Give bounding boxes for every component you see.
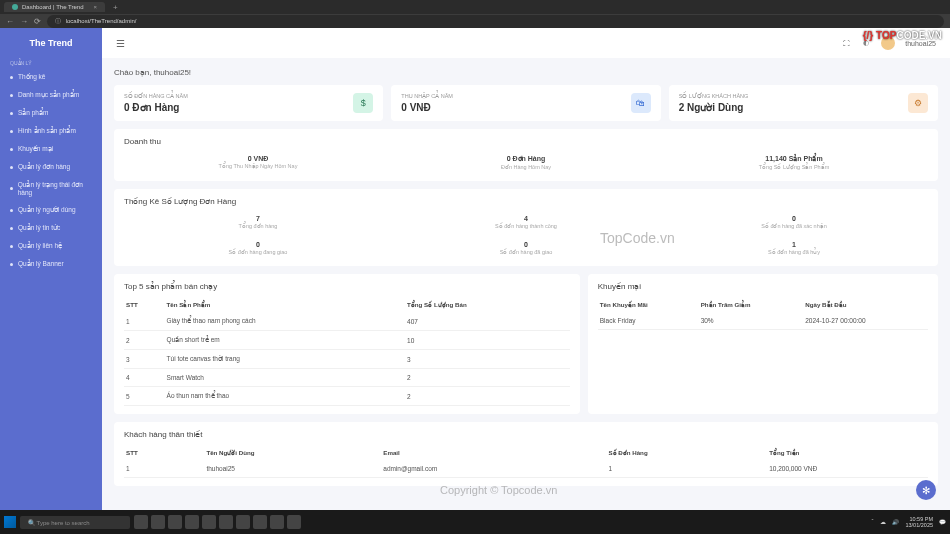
menu-dot-icon — [10, 245, 13, 248]
card-title: Top 5 sản phẩm bán chạy — [124, 282, 570, 291]
menu-dot-icon — [10, 166, 13, 169]
table-row: 1thuhoai25admin@gmail.com110,200,000 VNĐ — [124, 460, 928, 478]
sidebar-item-orders[interactable]: Quản lý đơn hàng — [0, 158, 102, 176]
new-tab-button[interactable]: + — [113, 3, 118, 12]
menu-section-label: QUẢN LÝ — [0, 56, 102, 68]
back-button[interactable]: ← — [6, 17, 14, 26]
app-logo[interactable]: The Trend — [0, 28, 102, 56]
main: ☰ ⛶ ◐ thuhoai25 Chào bạn, thuhoai25! SỐ … — [102, 28, 950, 510]
menu-dot-icon — [10, 263, 13, 266]
card-title: Doanh thu — [124, 137, 928, 146]
sidebar-item-product-images[interactable]: Hình ảnh sản phẩm — [0, 122, 102, 140]
menu-dot-icon — [10, 76, 13, 79]
stat-card-income: THU NHẬP CẢ NĂM 0 VNĐ 🛍 — [391, 85, 660, 121]
top-products-table: STT Tên Sản Phẩm Tổng Số Lượng Bán 1Giày… — [124, 297, 570, 406]
sidebar-item-banner[interactable]: Quản lý Banner — [0, 255, 102, 273]
sidebar: The Trend QUẢN LÝ Thống kê Danh mục sản … — [0, 28, 102, 510]
stat-value: 0 Đơn Hàng — [124, 102, 188, 113]
menu-dot-icon — [10, 227, 13, 230]
stat-value: 0 VNĐ — [401, 102, 453, 113]
loyal-customers-card: Khách hàng thân thiết STT Tên Người Dùng… — [114, 422, 938, 486]
gear-icon: ⚙ — [908, 93, 928, 113]
chat-icon: ✻ — [922, 485, 930, 496]
hamburger-icon[interactable]: ☰ — [116, 38, 125, 49]
dollar-icon: $ — [353, 93, 373, 113]
sidebar-item-promo[interactable]: Khuyến mại — [0, 140, 102, 158]
reload-button[interactable]: ⟳ — [34, 17, 41, 26]
table-row: 3Túi tote canvas thời trang3 — [124, 350, 570, 369]
table-row: Black Friday30%2024-10-27 00:00:00 — [598, 312, 928, 330]
tab-title: Dashboard | The Trend — [22, 4, 84, 10]
menu-dot-icon — [10, 130, 13, 133]
menu-dot-icon — [10, 209, 13, 212]
address-bar: ← → ⟳ ⓘ localhost/TheTrend/admin/ — [0, 14, 950, 28]
table-row: 2Quần short trẻ em10 — [124, 331, 570, 350]
card-title: Khuyến mại — [598, 282, 928, 291]
sidebar-item-news[interactable]: Quản lý tin tức — [0, 219, 102, 237]
top-products-card: Top 5 sản phẩm bán chạy STT Tên Sản Phẩm… — [114, 274, 580, 414]
browser-tab-bar: Dashboard | The Trend × + — [0, 0, 950, 14]
url-input[interactable]: ⓘ localhost/TheTrend/admin/ — [47, 15, 944, 28]
topbar: ☰ ⛶ ◐ thuhoai25 — [102, 28, 950, 58]
revenue-card: Doanh thu 0 VNĐTổng Thu Nhập Ngày Hôm Na… — [114, 129, 938, 181]
forward-button[interactable]: → — [20, 17, 28, 26]
tab-close-icon[interactable]: × — [94, 4, 98, 10]
card-title: Khách hàng thân thiết — [124, 430, 928, 439]
stat-label: SỐ ĐƠN HÀNG CẢ NĂM — [124, 93, 188, 99]
stat-label: THU NHẬP CẢ NĂM — [401, 93, 453, 99]
table-row: 4Smart Watch2 — [124, 369, 570, 387]
bag-icon: 🛍 — [631, 93, 651, 113]
fullscreen-icon[interactable]: ⛶ — [841, 38, 851, 48]
stat-label: SỐ LƯỢNG KHÁCH HÀNG — [679, 93, 749, 99]
card-title: Thống Kê Số Lượng Đơn Hàng — [124, 197, 928, 206]
tab-favicon — [12, 4, 18, 10]
greeting: Chào bạn, thuhoai25! — [114, 68, 938, 77]
table-row: 1Giày thể thao nam phong cách407 — [124, 312, 570, 331]
sidebar-item-contacts[interactable]: Quản lý liên hệ — [0, 237, 102, 255]
table-row: 5Áo thun nam thể thao2 — [124, 387, 570, 406]
lock-icon: ⓘ — [55, 18, 61, 24]
sidebar-item-order-status[interactable]: Quản lý trạng thái đơn hàng — [0, 176, 102, 201]
sidebar-item-users[interactable]: Quản lý người dùng — [0, 201, 102, 219]
menu-dot-icon — [10, 187, 13, 190]
loyal-table: STT Tên Người Dùng Email Số Đơn Hàng Tổn… — [124, 445, 928, 478]
sidebar-item-products[interactable]: Sản phẩm — [0, 104, 102, 122]
promo-table: Tên Khuyến Mãi Phần Trăm Giảm Ngày Bắt Đ… — [598, 297, 928, 330]
url-text: localhost/TheTrend/admin/ — [66, 18, 137, 24]
chat-fab[interactable]: ✻ — [916, 480, 936, 500]
stat-card-orders: SỐ ĐƠN HÀNG CẢ NĂM 0 Đơn Hàng $ — [114, 85, 383, 121]
stat-value: 2 Người Dùng — [679, 102, 749, 113]
watermark-logo: {/} TOPCODE.VN — [863, 30, 942, 41]
menu-dot-icon — [10, 112, 13, 115]
stat-cards-row: SỐ ĐƠN HÀNG CẢ NĂM 0 Đơn Hàng $ THU NHẬP… — [114, 85, 938, 121]
stat-card-customers: SỐ LƯỢNG KHÁCH HÀNG 2 Người Dùng ⚙ — [669, 85, 938, 121]
menu-dot-icon — [10, 148, 13, 151]
promo-card: Khuyến mại Tên Khuyến Mãi Phần Trăm Giảm… — [588, 274, 938, 414]
sidebar-item-stats[interactable]: Thống kê — [0, 68, 102, 86]
order-stats-card: Thống Kê Số Lượng Đơn Hàng 7Tổng đơn hàn… — [114, 189, 938, 266]
menu-dot-icon — [10, 94, 13, 97]
content: Chào bạn, thuhoai25! SỐ ĐƠN HÀNG CẢ NĂM … — [102, 58, 950, 510]
browser-tab[interactable]: Dashboard | The Trend × — [4, 2, 105, 12]
sidebar-item-categories[interactable]: Danh mục sản phẩm — [0, 86, 102, 104]
